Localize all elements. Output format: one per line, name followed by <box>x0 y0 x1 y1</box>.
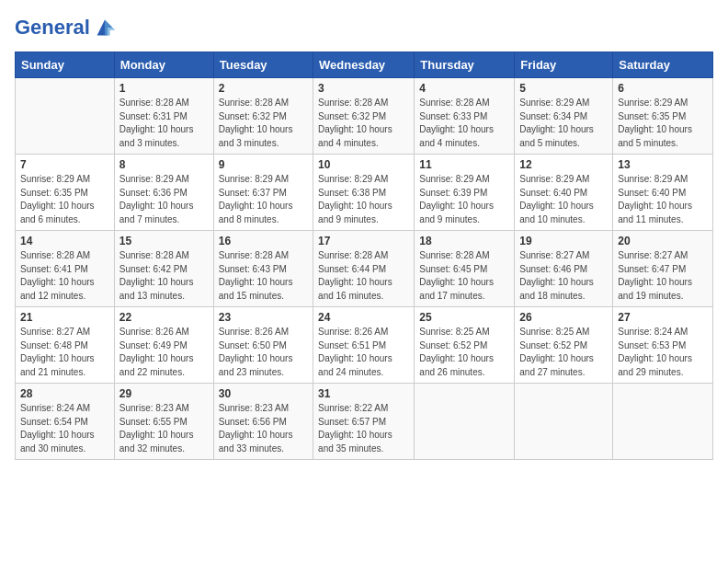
calendar-header-row: SundayMondayTuesdayWednesdayThursdayFrid… <box>16 52 713 78</box>
calendar-cell <box>16 78 115 155</box>
day-number: 13 <box>618 158 708 171</box>
day-info: Sunrise: 8:28 AM Sunset: 6:32 PM Dayligh… <box>219 97 308 150</box>
calendar-week-4: 21Sunrise: 8:27 AM Sunset: 6:48 PM Dayli… <box>16 307 713 384</box>
day-info: Sunrise: 8:27 AM Sunset: 6:46 PM Dayligh… <box>519 249 608 303</box>
day-number: 4 <box>419 82 509 95</box>
day-number: 14 <box>20 235 109 247</box>
calendar-week-5: 28Sunrise: 8:24 AM Sunset: 6:54 PM Dayli… <box>16 384 713 460</box>
day-number: 10 <box>318 158 409 171</box>
calendar-cell: 19Sunrise: 8:27 AM Sunset: 6:46 PM Dayli… <box>515 231 613 307</box>
day-number: 12 <box>519 158 608 171</box>
svg-marker-1 <box>105 20 115 36</box>
day-info: Sunrise: 8:29 AM Sunset: 6:37 PM Dayligh… <box>219 173 308 226</box>
calendar-cell <box>613 384 713 460</box>
day-number: 30 <box>219 387 308 400</box>
calendar-header-sunday: Sunday <box>16 52 115 78</box>
calendar-cell: 22Sunrise: 8:26 AM Sunset: 6:49 PM Dayli… <box>114 307 213 384</box>
calendar-cell: 25Sunrise: 8:25 AM Sunset: 6:52 PM Dayli… <box>415 307 515 384</box>
calendar-header-monday: Monday <box>114 52 213 78</box>
day-info: Sunrise: 8:25 AM Sunset: 6:52 PM Dayligh… <box>519 326 608 379</box>
day-info: Sunrise: 8:26 AM Sunset: 6:50 PM Dayligh… <box>219 326 308 379</box>
day-number: 22 <box>119 311 209 324</box>
calendar-week-1: 1Sunrise: 8:28 AM Sunset: 6:31 PM Daylig… <box>16 78 713 155</box>
day-info: Sunrise: 8:28 AM Sunset: 6:31 PM Dayligh… <box>119 97 209 150</box>
logo: General <box>15 15 118 40</box>
day-number: 19 <box>519 235 608 247</box>
day-info: Sunrise: 8:27 AM Sunset: 6:48 PM Dayligh… <box>20 326 109 379</box>
day-info: Sunrise: 8:29 AM Sunset: 6:35 PM Dayligh… <box>20 173 109 226</box>
calendar-cell: 14Sunrise: 8:28 AM Sunset: 6:41 PM Dayli… <box>16 231 115 307</box>
day-number: 9 <box>219 158 308 171</box>
day-info: Sunrise: 8:24 AM Sunset: 6:53 PM Dayligh… <box>618 326 708 379</box>
calendar-cell: 26Sunrise: 8:25 AM Sunset: 6:52 PM Dayli… <box>515 307 613 384</box>
day-info: Sunrise: 8:25 AM Sunset: 6:52 PM Dayligh… <box>419 326 509 379</box>
day-info: Sunrise: 8:28 AM Sunset: 6:33 PM Dayligh… <box>419 97 509 150</box>
day-number: 6 <box>618 82 708 95</box>
calendar-cell: 3Sunrise: 8:28 AM Sunset: 6:32 PM Daylig… <box>313 78 415 155</box>
day-number: 16 <box>219 235 308 247</box>
calendar-cell: 29Sunrise: 8:23 AM Sunset: 6:55 PM Dayli… <box>114 384 213 460</box>
day-info: Sunrise: 8:24 AM Sunset: 6:54 PM Dayligh… <box>20 402 109 455</box>
calendar-cell: 8Sunrise: 8:29 AM Sunset: 6:36 PM Daylig… <box>114 155 213 231</box>
calendar-cell: 1Sunrise: 8:28 AM Sunset: 6:31 PM Daylig… <box>114 78 213 155</box>
day-info: Sunrise: 8:28 AM Sunset: 6:41 PM Dayligh… <box>20 249 109 303</box>
calendar-week-2: 7Sunrise: 8:29 AM Sunset: 6:35 PM Daylig… <box>16 155 713 231</box>
day-number: 17 <box>318 235 409 247</box>
day-number: 20 <box>618 235 708 247</box>
calendar-cell: 4Sunrise: 8:28 AM Sunset: 6:33 PM Daylig… <box>415 78 515 155</box>
day-number: 7 <box>20 158 109 171</box>
day-number: 2 <box>219 82 308 95</box>
calendar-cell: 16Sunrise: 8:28 AM Sunset: 6:43 PM Dayli… <box>213 231 313 307</box>
day-number: 5 <box>519 82 608 95</box>
calendar-cell: 18Sunrise: 8:28 AM Sunset: 6:45 PM Dayli… <box>415 231 515 307</box>
day-info: Sunrise: 8:28 AM Sunset: 6:32 PM Dayligh… <box>318 97 409 150</box>
calendar-cell: 31Sunrise: 8:22 AM Sunset: 6:57 PM Dayli… <box>313 384 415 460</box>
day-number: 31 <box>318 387 409 400</box>
day-number: 21 <box>20 311 109 324</box>
day-info: Sunrise: 8:29 AM Sunset: 6:35 PM Dayligh… <box>618 97 708 150</box>
calendar-cell: 27Sunrise: 8:24 AM Sunset: 6:53 PM Dayli… <box>613 307 713 384</box>
day-info: Sunrise: 8:23 AM Sunset: 6:56 PM Dayligh… <box>219 402 308 455</box>
calendar-header-wednesday: Wednesday <box>313 52 415 78</box>
day-info: Sunrise: 8:28 AM Sunset: 6:42 PM Dayligh… <box>119 249 209 303</box>
calendar-cell: 17Sunrise: 8:28 AM Sunset: 6:44 PM Dayli… <box>313 231 415 307</box>
calendar-cell: 30Sunrise: 8:23 AM Sunset: 6:56 PM Dayli… <box>213 384 313 460</box>
calendar-cell: 7Sunrise: 8:29 AM Sunset: 6:35 PM Daylig… <box>16 155 115 231</box>
day-info: Sunrise: 8:29 AM Sunset: 6:39 PM Dayligh… <box>419 173 509 226</box>
day-info: Sunrise: 8:29 AM Sunset: 6:40 PM Dayligh… <box>618 173 708 226</box>
calendar-header-tuesday: Tuesday <box>213 52 313 78</box>
day-info: Sunrise: 8:28 AM Sunset: 6:44 PM Dayligh… <box>318 249 409 303</box>
calendar-cell: 6Sunrise: 8:29 AM Sunset: 6:35 PM Daylig… <box>613 78 713 155</box>
day-info: Sunrise: 8:27 AM Sunset: 6:47 PM Dayligh… <box>618 249 708 303</box>
day-number: 27 <box>618 311 708 324</box>
day-info: Sunrise: 8:23 AM Sunset: 6:55 PM Dayligh… <box>119 402 209 455</box>
day-info: Sunrise: 8:28 AM Sunset: 6:43 PM Dayligh… <box>219 249 308 303</box>
day-number: 25 <box>419 311 509 324</box>
header: General <box>15 15 713 40</box>
calendar-cell: 15Sunrise: 8:28 AM Sunset: 6:42 PM Dayli… <box>114 231 213 307</box>
day-number: 24 <box>318 311 409 324</box>
calendar-cell: 5Sunrise: 8:29 AM Sunset: 6:34 PM Daylig… <box>515 78 613 155</box>
day-number: 15 <box>119 235 209 247</box>
day-number: 1 <box>119 82 209 95</box>
calendar-table: SundayMondayTuesdayWednesdayThursdayFrid… <box>15 52 713 460</box>
day-info: Sunrise: 8:29 AM Sunset: 6:38 PM Dayligh… <box>318 173 409 226</box>
calendar-body: 1Sunrise: 8:28 AM Sunset: 6:31 PM Daylig… <box>16 78 713 460</box>
day-info: Sunrise: 8:26 AM Sunset: 6:51 PM Dayligh… <box>318 326 409 379</box>
calendar-cell <box>415 384 515 460</box>
calendar-cell: 9Sunrise: 8:29 AM Sunset: 6:37 PM Daylig… <box>213 155 313 231</box>
day-info: Sunrise: 8:29 AM Sunset: 6:36 PM Dayligh… <box>119 173 209 226</box>
logo-icon <box>92 15 118 40</box>
calendar-cell: 23Sunrise: 8:26 AM Sunset: 6:50 PM Dayli… <box>213 307 313 384</box>
calendar-header-friday: Friday <box>515 52 613 78</box>
day-number: 18 <box>419 235 509 247</box>
day-number: 8 <box>119 158 209 171</box>
calendar-cell <box>515 384 613 460</box>
day-info: Sunrise: 8:29 AM Sunset: 6:40 PM Dayligh… <box>519 173 608 226</box>
calendar-cell: 20Sunrise: 8:27 AM Sunset: 6:47 PM Dayli… <box>613 231 713 307</box>
day-number: 3 <box>318 82 409 95</box>
calendar-cell: 10Sunrise: 8:29 AM Sunset: 6:38 PM Dayli… <box>313 155 415 231</box>
calendar-cell: 11Sunrise: 8:29 AM Sunset: 6:39 PM Dayli… <box>415 155 515 231</box>
calendar-cell: 2Sunrise: 8:28 AM Sunset: 6:32 PM Daylig… <box>213 78 313 155</box>
day-number: 28 <box>20 387 109 400</box>
